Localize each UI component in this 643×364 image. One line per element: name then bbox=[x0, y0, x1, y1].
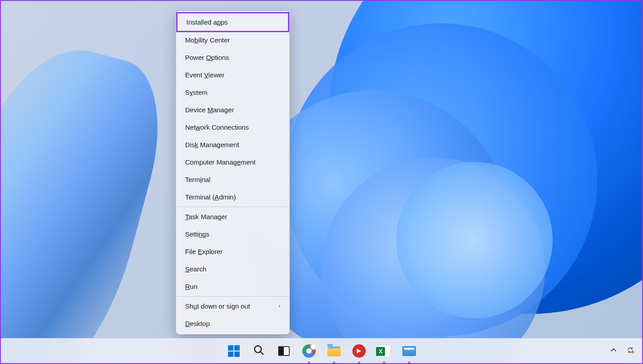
taskbar-app-red-button[interactable] bbox=[350, 342, 368, 360]
refresh-icon bbox=[627, 347, 634, 356]
menu-item-device-manager[interactable]: Device Manager bbox=[176, 101, 289, 119]
menu-divider bbox=[176, 207, 289, 207]
menu-item-desktop[interactable]: Desktop bbox=[176, 315, 289, 332]
active-indicator bbox=[408, 362, 410, 363]
menu-item-label: Disk Management bbox=[185, 140, 239, 149]
menu-item-label: Shut down or sign out bbox=[185, 301, 250, 311]
taskbar-search-button[interactable] bbox=[250, 342, 268, 360]
active-indicator bbox=[308, 362, 310, 363]
menu-item-label: System bbox=[185, 88, 207, 97]
menu-item-label: Run bbox=[185, 282, 198, 291]
taskbar bbox=[1, 338, 642, 363]
menu-item-settings[interactable]: Settings bbox=[176, 225, 289, 243]
taskbar-excel-button[interactable] bbox=[375, 342, 393, 360]
menu-item-label: Settings bbox=[185, 229, 209, 239]
chevron-right-icon: › bbox=[279, 302, 280, 310]
system-tray bbox=[607, 345, 637, 357]
menu-item-search[interactable]: Search bbox=[176, 260, 289, 278]
tray-show-hidden-button[interactable] bbox=[607, 345, 620, 357]
menu-item-file-explorer[interactable]: File Explorer bbox=[176, 243, 289, 260]
menu-item-network-connections[interactable]: Network Connections bbox=[176, 119, 289, 136]
menu-item-label: Task Manager bbox=[185, 212, 227, 221]
menu-item-system[interactable]: System bbox=[176, 84, 289, 101]
menu-item-label: Terminal (Admin) bbox=[185, 192, 236, 202]
taskview-icon bbox=[278, 346, 290, 356]
active-indicator bbox=[333, 362, 335, 363]
menu-item-mobility-center[interactable]: Mobility Center bbox=[176, 31, 289, 49]
tray-updates-button[interactable] bbox=[624, 345, 637, 357]
chevron-up-icon bbox=[610, 347, 617, 355]
menu-item-task-manager[interactable]: Task Manager bbox=[176, 208, 289, 225]
menu-item-label: Terminal bbox=[185, 175, 211, 184]
chrome-icon bbox=[302, 344, 316, 358]
menu-item-label: Installed apps bbox=[186, 17, 228, 27]
active-indicator bbox=[358, 362, 360, 363]
menu-item-power-options[interactable]: Power Options bbox=[176, 49, 289, 66]
taskbar-start-button[interactable] bbox=[224, 342, 243, 360]
menu-item-label: File Explorer bbox=[185, 247, 223, 256]
menu-item-terminal-admin[interactable]: Terminal (Admin) bbox=[176, 188, 289, 206]
svg-line-2 bbox=[260, 351, 263, 355]
taskbar-run-dialog-button[interactable] bbox=[400, 342, 419, 360]
desktop-wallpaper bbox=[1, 1, 642, 363]
menu-item-terminal[interactable]: Terminal bbox=[176, 171, 289, 188]
search-icon bbox=[253, 344, 265, 358]
menu-item-event-viewer[interactable]: Event Viewer bbox=[176, 66, 289, 84]
menu-item-label: Mobility Center bbox=[185, 35, 230, 45]
menu-item-label: Computer Management bbox=[185, 157, 256, 167]
menu-item-label: Event Viewer bbox=[185, 70, 224, 80]
menu-item-label: Search bbox=[185, 264, 207, 274]
menu-item-shut-down[interactable]: Shut down or sign out› bbox=[176, 297, 289, 315]
menu-item-installed-apps[interactable]: Installed apps bbox=[176, 12, 289, 32]
menu-item-label: Network Connections bbox=[185, 123, 249, 132]
taskbar-center bbox=[224, 342, 419, 360]
windows-logo bbox=[228, 345, 240, 357]
excel-icon bbox=[377, 345, 391, 357]
menu-divider bbox=[176, 296, 289, 296]
menu-item-computer-management[interactable]: Computer Management bbox=[176, 153, 289, 171]
winx-context-menu: Installed appsMobility CenterPower Optio… bbox=[176, 11, 290, 334]
menu-item-run[interactable]: Run bbox=[176, 278, 289, 295]
taskbar-file-explorer-button[interactable] bbox=[325, 342, 343, 360]
menu-item-label: Power Options bbox=[185, 53, 229, 62]
menu-item-label: Desktop bbox=[185, 319, 210, 328]
taskbar-task-view-button[interactable] bbox=[275, 342, 293, 360]
menu-item-disk-management[interactable]: Disk Management bbox=[176, 136, 289, 153]
run-icon bbox=[402, 346, 416, 356]
red-circle-icon bbox=[352, 344, 366, 358]
menu-item-label: Device Manager bbox=[185, 105, 234, 114]
taskbar-chrome-button[interactable] bbox=[300, 342, 318, 360]
active-indicator bbox=[383, 362, 385, 363]
folder-icon bbox=[327, 346, 341, 356]
